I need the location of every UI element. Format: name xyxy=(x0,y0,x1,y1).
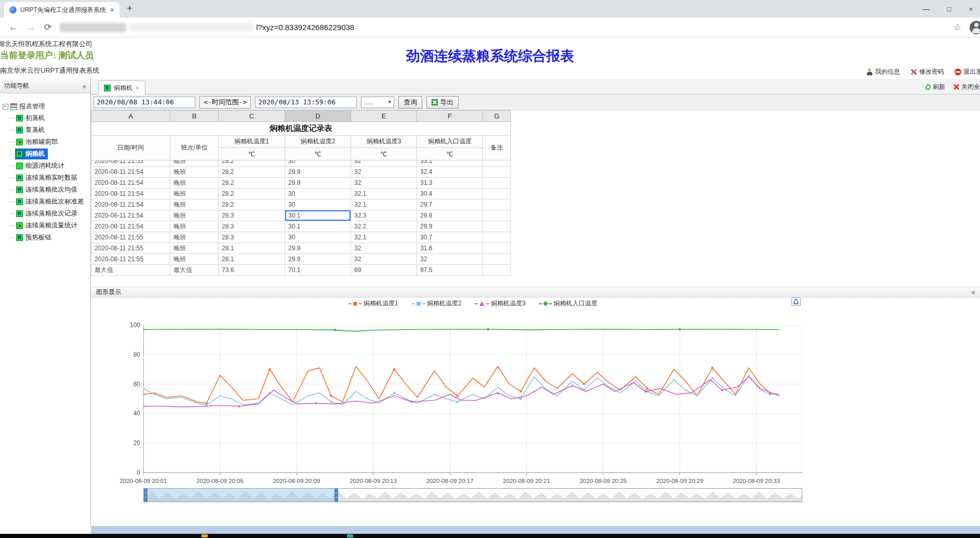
doc-tab-close-icon[interactable]: × xyxy=(136,84,140,92)
table-cell[interactable]: 29.9 xyxy=(285,167,351,178)
table-cell[interactable]: 32 xyxy=(351,167,417,178)
table-cell[interactable]: 2020-08-11 21:55 xyxy=(91,232,170,243)
table-cell[interactable]: 28.3 xyxy=(219,232,285,243)
table-cell[interactable]: 晚班 xyxy=(170,221,219,232)
table-cell[interactable]: 28.2 xyxy=(219,178,285,189)
column-letter[interactable]: G xyxy=(483,111,511,122)
table-cell[interactable]: 30 xyxy=(285,232,351,243)
table-cell[interactable] xyxy=(483,167,511,178)
table-cell[interactable]: 29.9 xyxy=(417,221,483,232)
reload-icon[interactable]: ⟳ xyxy=(44,22,51,33)
table-cell[interactable]: 29.9 xyxy=(285,178,351,189)
table-cell[interactable]: 32.1 xyxy=(351,189,417,199)
action-user[interactable]: 我的信息 xyxy=(866,68,900,76)
bookmark-star-icon[interactable]: ☆ xyxy=(954,22,961,33)
table-cell[interactable]: 30 xyxy=(285,189,351,199)
table-cell[interactable]: 28.2 xyxy=(219,199,285,210)
action-tools[interactable]: 修改密码 xyxy=(910,68,944,76)
table-cell[interactable]: 31.6 xyxy=(417,243,483,254)
table-cell[interactable]: 31.3 xyxy=(417,178,483,189)
table-cell[interactable]: 28.2 xyxy=(219,167,285,178)
start-time-input[interactable] xyxy=(93,97,195,108)
table-cell[interactable]: 2020-08-11 21:54 xyxy=(91,221,170,232)
datazoom-right-handle[interactable] xyxy=(334,489,338,502)
horizontal-scrollbar[interactable] xyxy=(91,526,980,534)
table-cell[interactable]: 97.5 xyxy=(417,265,483,276)
table-cell[interactable] xyxy=(483,178,511,189)
table-cell[interactable] xyxy=(483,199,511,210)
table-cell[interactable]: 28.1 xyxy=(219,243,285,254)
table-cell[interactable]: 32 xyxy=(351,243,417,254)
collapse-chart-icon[interactable]: « xyxy=(969,290,977,294)
table-cell[interactable]: 2020-08-11 21:53 xyxy=(91,160,170,167)
sidebar-item[interactable]: B预热板链 xyxy=(0,232,90,244)
time-range-button[interactable]: <-时间范围-> xyxy=(199,96,251,109)
table-cell[interactable]: 2020-08-11 21:54 xyxy=(91,210,170,221)
table-cell[interactable]: 28.3 xyxy=(219,221,285,232)
table-cell[interactable]: 30 xyxy=(285,160,351,167)
table-cell[interactable]: 2020-08-11 21:55 xyxy=(91,254,170,265)
table-cell[interactable] xyxy=(483,265,511,276)
table-cell[interactable]: 28.2 xyxy=(219,189,285,199)
table-cell[interactable] xyxy=(483,243,511,254)
table-cell[interactable]: 28.3 xyxy=(219,210,285,221)
table-cell[interactable]: 29.7 xyxy=(417,199,483,210)
table-cell[interactable]: 2020-08-11 21:55 xyxy=(91,243,170,254)
table-cell[interactable]: 32 xyxy=(351,178,417,189)
table-cell[interactable]: 30.1 xyxy=(285,210,351,221)
end-time-input[interactable] xyxy=(255,97,357,108)
table-cell[interactable]: 29.6 xyxy=(417,210,483,221)
table-cell[interactable]: 32 xyxy=(351,254,417,265)
browser-tab[interactable]: URPT免编程工业通用报表系统 × xyxy=(4,2,119,18)
table-cell[interactable]: 73.6 xyxy=(219,265,285,276)
table-cell[interactable]: 2020-08-11 21:54 xyxy=(91,199,170,210)
sidebar-item[interactable]: B连续蒸粮批次标准差 xyxy=(0,196,90,208)
table-cell[interactable]: 29.9 xyxy=(285,243,351,254)
table-cell[interactable]: 28.1 xyxy=(219,254,285,265)
save-chart-icon[interactable] xyxy=(791,298,801,306)
forward-icon[interactable]: → xyxy=(26,22,35,33)
sidebar-item[interactable]: B初蒸机 xyxy=(0,112,90,124)
table-cell[interactable]: 32.4 xyxy=(417,167,483,178)
table-cell[interactable]: 晚班 xyxy=(170,178,219,189)
sidebar-item[interactable]: B焖粮机 xyxy=(0,148,90,160)
table-cell[interactable]: 晚班 xyxy=(170,160,219,167)
table-cell[interactable]: 32.2 xyxy=(351,221,417,232)
legend-item[interactable]: 焖粮机入口温度 xyxy=(539,299,597,308)
table-cell[interactable]: 29.9 xyxy=(285,254,351,265)
table-cell[interactable]: 33.1 xyxy=(417,160,483,167)
table-cell[interactable]: 30.4 xyxy=(417,189,483,199)
tab-close-icon[interactable]: × xyxy=(110,6,114,14)
sidebar-item[interactable]: B连续蒸粮批次均值 xyxy=(0,184,90,196)
browser-profile-avatar[interactable] xyxy=(970,21,980,34)
interval-dropdown[interactable]: ...... ▼ xyxy=(361,97,394,108)
table-cell[interactable]: 晚班 xyxy=(170,189,219,199)
collapse-sidebar-icon[interactable]: « xyxy=(82,82,86,90)
tab-menliangji[interactable]: B 焖粮机 × xyxy=(98,80,145,95)
column-letter[interactable]: E xyxy=(351,111,417,122)
url-text[interactable]: l?xyz=0.8339242686229038 xyxy=(256,23,354,32)
column-letter[interactable]: B xyxy=(170,111,219,122)
table-cell[interactable] xyxy=(483,160,511,167)
action-logout[interactable]: 退出系统 xyxy=(955,68,980,76)
query-button[interactable]: 查询 xyxy=(398,96,422,109)
close-all-button[interactable]: 关闭全部 xyxy=(954,83,980,91)
table-cell[interactable]: 28.2 xyxy=(219,160,285,167)
column-letter[interactable]: F xyxy=(417,111,483,122)
table-cell[interactable] xyxy=(483,232,511,243)
datazoom-selected-range[interactable] xyxy=(144,489,338,502)
refresh-button[interactable]: 刷新 xyxy=(925,83,945,91)
table-cell[interactable]: 2020-08-11 21:54 xyxy=(91,189,170,199)
table-cell[interactable]: 32.1 xyxy=(351,199,417,210)
table-cell[interactable]: 30 xyxy=(285,199,351,210)
table-cell[interactable]: 最大值 xyxy=(170,265,219,276)
table-cell[interactable]: 晚班 xyxy=(170,232,219,243)
table-cell[interactable]: 30.1 xyxy=(285,221,351,232)
table-cell[interactable]: 晚班 xyxy=(170,254,219,265)
table-cell[interactable]: 32.3 xyxy=(351,210,417,221)
column-letter[interactable]: D xyxy=(285,111,351,122)
legend-item[interactable]: 焖粮机温度2 xyxy=(412,299,462,308)
table-cell[interactable]: 32.1 xyxy=(351,232,417,243)
table-cell[interactable]: 70.1 xyxy=(285,265,351,276)
sidebar-item[interactable]: 连续蒸粮流量统计 xyxy=(0,220,90,232)
